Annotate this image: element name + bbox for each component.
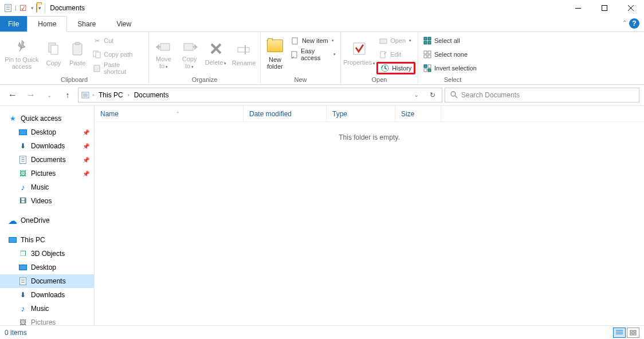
tree-quick-access[interactable]: ★Quick access: [0, 112, 94, 125]
clipboard-group-label: Clipboard: [0, 76, 148, 84]
tree-documents[interactable]: Documents📌: [0, 153, 94, 167]
address-bar[interactable]: › This PC › Documents ⌄ ↻: [78, 88, 442, 103]
breadcrumb-folder[interactable]: Documents: [132, 91, 171, 99]
tab-view[interactable]: View: [106, 16, 142, 31]
address-folder-icon: [81, 90, 90, 101]
svg-rect-20: [428, 37, 431, 40]
close-button[interactable]: [618, 0, 644, 16]
breadcrumb-separator[interactable]: ›: [92, 92, 94, 98]
tree-videos[interactable]: 🎞Videos: [0, 194, 94, 208]
copy-to-button[interactable]: Copy to▾: [177, 33, 202, 73]
minimize-button[interactable]: [565, 0, 591, 16]
pin-to-quick-access-button[interactable]: Pin to Quick access: [2, 33, 41, 73]
svg-rect-4: [73, 44, 82, 55]
copy-button[interactable]: Copy: [42, 33, 65, 73]
up-button[interactable]: ↑: [60, 87, 76, 103]
tab-file[interactable]: File: [0, 16, 27, 31]
svg-rect-0: [575, 8, 581, 9]
copy-icon: [45, 40, 63, 58]
qat-dropdown-icon[interactable]: ▾: [31, 5, 34, 11]
tree-onedrive[interactable]: ☁OneDrive: [0, 214, 94, 227]
forward-button[interactable]: →: [23, 87, 39, 103]
column-name[interactable]: Name⌃: [95, 106, 244, 121]
breadcrumb-separator[interactable]: ›: [128, 92, 129, 98]
svg-rect-43: [634, 333, 636, 335]
search-box[interactable]: [445, 88, 639, 103]
document-icon[interactable]: [3, 3, 13, 13]
select-none-button[interactable]: Select none: [421, 48, 479, 61]
file-list-area[interactable]: This folder is empty.: [95, 122, 644, 325]
recent-locations-button[interactable]: ⌄: [41, 87, 57, 103]
tree-music[interactable]: ♪Music: [0, 180, 94, 194]
tree-thispc[interactable]: This PC: [0, 233, 94, 247]
delete-button[interactable]: Delete▾: [203, 33, 229, 73]
svg-rect-26: [428, 55, 431, 58]
svg-rect-40: [630, 330, 633, 332]
svg-rect-17: [380, 52, 385, 58]
tree-pc-desktop[interactable]: Desktop: [0, 261, 94, 274]
move-to-button[interactable]: Move to▾: [151, 33, 176, 73]
ribbon-collapse-icon[interactable]: ⌃: [622, 19, 627, 26]
tree-pc-pictures[interactable]: 🖼Pictures: [0, 316, 94, 325]
open-icon: [379, 36, 388, 45]
column-type[interactable]: Type: [327, 106, 395, 121]
column-modified[interactable]: Date modified: [244, 106, 327, 121]
new-folder-icon: [266, 37, 284, 55]
desktop-icon: [18, 128, 28, 137]
maximize-button[interactable]: [591, 0, 618, 16]
history-icon: [380, 64, 390, 73]
svg-rect-5: [75, 42, 80, 45]
properties-button[interactable]: Properties▾: [343, 33, 375, 73]
search-input[interactable]: [461, 91, 634, 99]
pin-icon: 📌: [83, 171, 89, 177]
details-view-button[interactable]: [613, 328, 626, 338]
tree-pc-music[interactable]: ♪Music: [0, 302, 94, 316]
edit-button[interactable]: Edit: [376, 48, 415, 61]
navigation-bar: ← → ⌄ ↑ › This PC › Documents ⌄ ↻: [0, 85, 644, 105]
paste-icon: [68, 40, 87, 58]
paste-shortcut-button[interactable]: Paste shortcut: [90, 62, 146, 74]
tree-pictures[interactable]: 🖼Pictures📌: [0, 167, 94, 180]
easy-access-button[interactable]: Easy access▾: [288, 48, 338, 61]
column-size[interactable]: Size: [395, 106, 441, 121]
breadcrumb-root[interactable]: This PC: [96, 91, 125, 99]
tree-pc-downloads[interactable]: ⬇Downloads: [0, 288, 94, 302]
tree-desktop[interactable]: Desktop📌: [0, 125, 94, 139]
rename-button[interactable]: Rename: [230, 33, 258, 73]
back-button[interactable]: ←: [5, 87, 21, 103]
help-button[interactable]: ?: [629, 18, 639, 29]
pictures-icon: 🖼: [18, 169, 28, 178]
select-all-icon: [423, 36, 432, 45]
tree-downloads[interactable]: ⬇Downloads📌: [0, 139, 94, 153]
documents-icon: [18, 155, 28, 164]
svg-rect-1: [602, 6, 607, 11]
invert-selection-button[interactable]: Invert selection: [421, 62, 479, 74]
folder-icon: [36, 4, 37, 12]
tab-home[interactable]: Home: [27, 16, 67, 32]
open-button[interactable]: Open▾: [376, 34, 415, 47]
properties-checkbox-icon[interactable]: ☑: [18, 3, 28, 13]
svg-rect-11: [238, 48, 249, 52]
tab-share[interactable]: Share: [67, 16, 106, 31]
tree-pc-documents[interactable]: Documents: [0, 274, 94, 288]
pc-icon: [8, 235, 17, 245]
cut-button[interactable]: ✂Cut: [90, 34, 146, 47]
address-dropdown-button[interactable]: ⌄: [410, 88, 423, 102]
large-icons-view-button[interactable]: [627, 328, 639, 338]
open-group-label: Open: [341, 76, 418, 84]
organize-group-label: Organize: [149, 76, 260, 84]
copy-path-button[interactable]: Copy path: [90, 48, 146, 61]
refresh-button[interactable]: ↻: [426, 88, 439, 102]
pin-icon: [13, 37, 31, 55]
paste-button[interactable]: Paste: [66, 33, 89, 73]
svg-rect-23: [424, 51, 427, 54]
caret-icon[interactable]: ▾: [38, 5, 41, 11]
new-item-button[interactable]: New item▾: [288, 34, 338, 47]
navigation-pane[interactable]: ★Quick access Desktop📌 ⬇Downloads📌 Docum…: [0, 106, 95, 325]
history-button[interactable]: History: [376, 62, 415, 74]
select-all-button[interactable]: Select all: [421, 34, 479, 47]
new-group-label: New: [261, 76, 340, 84]
tree-3d-objects[interactable]: ❒3D Objects: [0, 247, 94, 261]
svg-rect-9: [160, 44, 170, 50]
new-folder-button[interactable]: New folder: [263, 33, 287, 73]
